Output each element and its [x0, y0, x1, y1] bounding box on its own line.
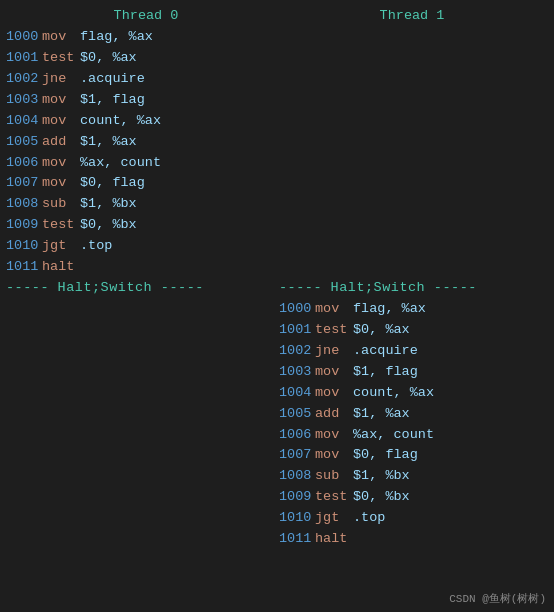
instruction: mov: [315, 299, 353, 320]
instruction: mov: [315, 362, 353, 383]
instruction: halt: [315, 529, 353, 550]
instruction: sub: [315, 466, 353, 487]
thread1-line: 1006mov %ax, count: [279, 425, 548, 446]
spacer: [279, 111, 548, 132]
spacer: [279, 194, 548, 215]
thread1-line: 1007mov $0, flag: [279, 445, 548, 466]
thread0-line: 1002jne .acquire: [6, 69, 271, 90]
spacer: [279, 153, 548, 174]
operands: .acquire: [353, 341, 418, 362]
thread0-line: 1008sub $1, %bx: [6, 194, 271, 215]
instruction: add: [315, 404, 353, 425]
instruction: mov: [42, 153, 80, 174]
operands: $1, flag: [80, 90, 145, 111]
instruction: jgt: [315, 508, 353, 529]
spacer: [279, 173, 548, 194]
operands: $1, %ax: [80, 132, 137, 153]
main-container: Thread 0 Thread 1 1000mov flag, %ax1001t…: [0, 0, 554, 612]
instruction: jgt: [42, 236, 80, 257]
thread0-line: 1011halt: [6, 257, 271, 278]
line-number: 1002: [6, 69, 42, 90]
spacer: [279, 257, 548, 278]
line-number: 1010: [279, 508, 315, 529]
thread1-divider: ----- Halt;Switch -----: [279, 278, 548, 299]
spacer: [279, 90, 548, 111]
line-number: 1005: [279, 404, 315, 425]
operands: count, %ax: [353, 383, 434, 404]
operands: flag, %ax: [80, 27, 153, 48]
operands: %ax, count: [353, 425, 434, 446]
operands: %ax, count: [80, 153, 161, 174]
thread1-line: 1008sub $1, %bx: [279, 466, 548, 487]
line-number: 1003: [6, 90, 42, 111]
line-number: 1004: [6, 111, 42, 132]
thread1-line: 1000mov flag, %ax: [279, 299, 548, 320]
thread0-column: 1000mov flag, %ax1001test $0, %ax1002jne…: [6, 27, 271, 550]
operands: $0, %bx: [80, 215, 137, 236]
thread0-line: 1001test $0, %ax: [6, 48, 271, 69]
instruction: halt: [42, 257, 80, 278]
operands: count, %ax: [80, 111, 161, 132]
thread0-line: 1006mov %ax, count: [6, 153, 271, 174]
operands: $0, flag: [80, 173, 145, 194]
instruction: mov: [315, 383, 353, 404]
thread1-header: Thread 1: [276, 8, 548, 23]
instruction: mov: [315, 445, 353, 466]
instruction: jne: [42, 69, 80, 90]
spacer: [279, 69, 548, 90]
thread0-line: 1003mov $1, flag: [6, 90, 271, 111]
thread0-divider: ----- Halt;Switch -----: [6, 278, 271, 299]
operands: $1, %bx: [353, 466, 410, 487]
instruction: mov: [42, 27, 80, 48]
thread1-line: 1003mov $1, flag: [279, 362, 548, 383]
thread0-line: 1007mov $0, flag: [6, 173, 271, 194]
thread1-line: 1010jgt .top: [279, 508, 548, 529]
thread1-line: 1005add $1, %ax: [279, 404, 548, 425]
thread1-line: 1002jne .acquire: [279, 341, 548, 362]
thread1-line: 1009test $0, %bx: [279, 487, 548, 508]
line-number: 1004: [279, 383, 315, 404]
operands: flag, %ax: [353, 299, 426, 320]
instruction: add: [42, 132, 80, 153]
operands: .top: [80, 236, 112, 257]
operands: .top: [353, 508, 385, 529]
operands: .acquire: [80, 69, 145, 90]
spacer: [279, 48, 548, 69]
thread0-header: Thread 0: [6, 8, 276, 23]
header-row: Thread 0 Thread 1: [6, 8, 548, 23]
line-number: 1006: [6, 153, 42, 174]
thread1-line: 1001test $0, %ax: [279, 320, 548, 341]
operands: $1, %ax: [353, 404, 410, 425]
spacer: [279, 236, 548, 257]
thread1-line: 1004mov count, %ax: [279, 383, 548, 404]
thread1-column: ----- Halt;Switch -----1000mov flag, %ax…: [271, 27, 548, 550]
line-number: 1008: [279, 466, 315, 487]
instruction: test: [315, 320, 353, 341]
instruction: test: [315, 487, 353, 508]
spacer: [279, 132, 548, 153]
instruction: jne: [315, 341, 353, 362]
instruction: test: [42, 48, 80, 69]
operands: $1, %bx: [80, 194, 137, 215]
line-number: 1011: [279, 529, 315, 550]
operands: $0, %bx: [353, 487, 410, 508]
operands: $0, %ax: [80, 48, 137, 69]
line-number: 1001: [6, 48, 42, 69]
instruction: mov: [42, 173, 80, 194]
thread0-line: 1009test $0, %bx: [6, 215, 271, 236]
instruction: mov: [42, 111, 80, 132]
watermark: CSDN @鱼树(树树): [449, 591, 546, 606]
line-number: 1010: [6, 236, 42, 257]
spacer: [279, 27, 548, 48]
operands: $0, %ax: [353, 320, 410, 341]
line-number: 1011: [6, 257, 42, 278]
columns: 1000mov flag, %ax1001test $0, %ax1002jne…: [6, 27, 548, 550]
line-number: 1006: [279, 425, 315, 446]
thread1-line: 1011halt: [279, 529, 548, 550]
thread0-line: 1004mov count, %ax: [6, 111, 271, 132]
spacer: [279, 215, 548, 236]
line-number: 1009: [279, 487, 315, 508]
thread0-line: 1000mov flag, %ax: [6, 27, 271, 48]
line-number: 1009: [6, 215, 42, 236]
operands: $0, flag: [353, 445, 418, 466]
